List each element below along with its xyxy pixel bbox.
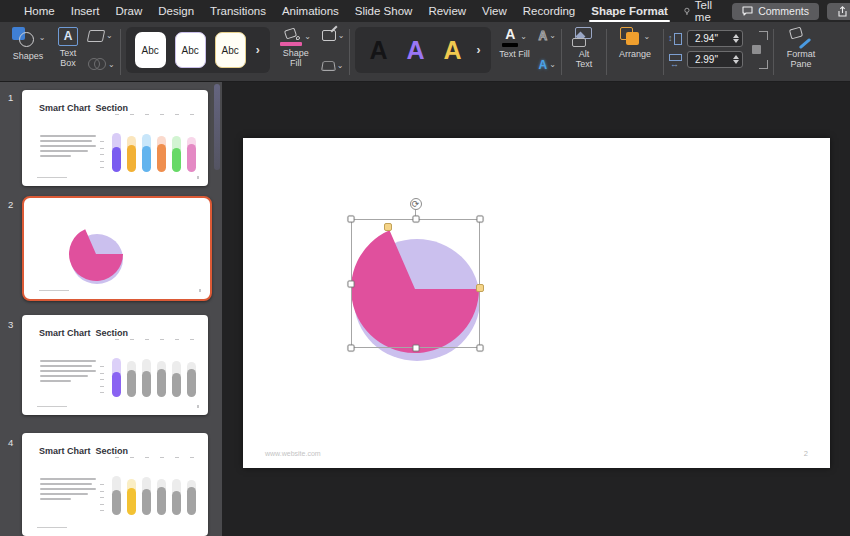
slide-number-3: 3 (8, 319, 13, 330)
shape-adjust-handle-right[interactable] (476, 284, 484, 292)
resize-handle-sw[interactable] (348, 345, 355, 352)
format-pane-label: Format Pane (782, 50, 820, 70)
shape-adjust-handle-top[interactable] (384, 223, 392, 231)
tell-me-label: Tell me (695, 0, 716, 23)
slide-number-2: 2 (8, 199, 13, 210)
menu-view[interactable]: View (482, 5, 507, 17)
chevron-down-icon[interactable]: ⌄ (644, 33, 651, 41)
slide-thumbnail-2-selected[interactable] (22, 196, 212, 301)
shape-style-option-2[interactable]: Abc (175, 32, 206, 68)
resize-handle-s[interactable] (412, 345, 419, 352)
slide-thumbnail-4[interactable]: Smart Chart Section (22, 433, 208, 536)
resize-handle-nw[interactable] (348, 216, 355, 223)
gallery-expand-icon[interactable]: › (255, 43, 261, 57)
text-outline-button[interactable]: A ⌄ (539, 30, 556, 42)
wordart-option-2[interactable]: A (401, 38, 429, 63)
text-effects-button[interactable]: A ⌄ (539, 59, 556, 71)
chevron-down-icon[interactable]: ⌄ (549, 32, 556, 40)
resize-handle-ne[interactable] (477, 216, 484, 223)
chevron-down-icon[interactable]: ⌄ (39, 34, 46, 42)
shape-width-field[interactable]: 2.99" (687, 51, 743, 68)
lock-aspect-ratio-toggle[interactable] (752, 31, 768, 69)
text-outline-icon: A (539, 30, 548, 42)
shape-outline-icon (322, 30, 336, 41)
arrange-button[interactable]: ⌄ Arrange (612, 27, 658, 60)
resize-handle-se[interactable] (477, 345, 484, 352)
mini-chart-bar (157, 457, 166, 515)
share-button[interactable]: Share (827, 3, 850, 20)
text-box-button[interactable]: A Text Box (53, 27, 83, 69)
resize-handle-w[interactable] (348, 280, 355, 287)
pie-shape-thumbnail (46, 204, 166, 296)
menu-home[interactable]: Home (24, 5, 55, 17)
page-number-placeholder (197, 405, 200, 408)
shape-effects-button[interactable]: ⌄ (322, 60, 345, 71)
shape-height-field[interactable]: 2.94" (687, 30, 743, 47)
chevron-down-icon[interactable]: ⌄ (106, 32, 113, 40)
text-box-label: Text Box (55, 49, 81, 69)
mini-bar-chart (100, 114, 196, 172)
shape-style-option-3[interactable]: Abc (215, 32, 246, 68)
menu-draw[interactable]: Draw (115, 5, 142, 17)
ribbon-divider (773, 29, 774, 75)
shapes-button[interactable]: ⌄ Shapes (8, 27, 48, 62)
slide-canvas-area: ⟳ www.website.com 2 (222, 82, 850, 536)
page-number-placeholder (199, 289, 202, 292)
rotation-handle[interactable]: ⟳ (410, 198, 422, 210)
shape-fill-button[interactable]: ⌄ Shape Fill (275, 27, 317, 69)
tell-me[interactable]: Tell me (684, 0, 716, 23)
chevron-down-icon[interactable]: ⌄ (338, 32, 345, 40)
alt-text-label: Alt Text (573, 50, 595, 70)
slide-thumbnail-1[interactable]: Smart Chart Section (22, 90, 208, 186)
chevron-down-icon[interactable]: ⌄ (520, 33, 527, 41)
menu-transitions[interactable]: Transitions (210, 5, 266, 17)
body-text-placeholder (40, 360, 96, 382)
mini-chart-bar (157, 114, 166, 172)
alt-text-button[interactable]: Alt Text (567, 27, 601, 70)
mini-chart-bar (172, 339, 181, 397)
chart-y-axis (100, 484, 104, 511)
menu-bar: Home Insert Draw Design Transitions Anim… (0, 0, 850, 22)
menu-recording[interactable]: Recording (523, 5, 575, 17)
comments-button[interactable]: Comments (732, 3, 819, 20)
chevron-down-icon[interactable]: ⌄ (549, 61, 556, 69)
menu-animations[interactable]: Animations (282, 5, 339, 17)
resize-handle-n[interactable] (412, 216, 419, 223)
height-stepper[interactable] (733, 34, 739, 43)
mini-chart-bar (142, 457, 151, 515)
merge-shapes-button[interactable]: ⌄ (88, 58, 115, 71)
wordart-option-1[interactable]: A (364, 38, 392, 63)
sidebar-scrollbar[interactable] (214, 84, 220, 170)
mini-chart-bar (127, 114, 136, 172)
gallery-expand-icon[interactable]: › (476, 43, 482, 57)
edit-shape-button[interactable]: ⌄ (88, 30, 115, 42)
chevron-down-icon[interactable]: ⌄ (304, 33, 311, 41)
text-box-icon: A (58, 27, 78, 46)
alt-text-icon (572, 27, 596, 47)
text-fill-button[interactable]: A ⌄ Text Fill (496, 27, 534, 60)
menu-slide-show[interactable]: Slide Show (355, 5, 413, 17)
shape-outline-button[interactable]: ⌄ (322, 30, 345, 41)
mini-bar-chart (100, 339, 196, 397)
menu-shape-format[interactable]: Shape Format (591, 5, 668, 17)
comments-label: Comments (758, 5, 809, 17)
menu-review[interactable]: Review (428, 5, 466, 17)
slide-thumbnail-3[interactable]: Smart Chart Section (22, 315, 208, 415)
chevron-down-icon[interactable]: ⌄ (108, 61, 115, 69)
merge-shapes-icon (88, 58, 106, 71)
text-fill-label: Text Fill (499, 50, 530, 60)
width-stepper[interactable] (733, 55, 739, 64)
mini-chart-bar (187, 114, 196, 172)
footer-placeholder (37, 406, 67, 408)
slide-footer-url: www.website.com (265, 450, 321, 457)
wordart-option-3[interactable]: A (439, 38, 467, 63)
paint-bucket-icon (283, 27, 300, 40)
shape-width-icon (669, 54, 683, 66)
chevron-down-icon[interactable]: ⌄ (337, 62, 344, 70)
format-pane-button[interactable]: Format Pane (779, 27, 823, 70)
shape-width-value: 2.99" (695, 54, 733, 65)
menu-insert[interactable]: Insert (71, 5, 100, 17)
shape-style-option-1[interactable]: Abc (135, 32, 166, 68)
menu-design[interactable]: Design (158, 5, 194, 17)
slide-editor[interactable]: ⟳ www.website.com 2 (243, 138, 830, 468)
